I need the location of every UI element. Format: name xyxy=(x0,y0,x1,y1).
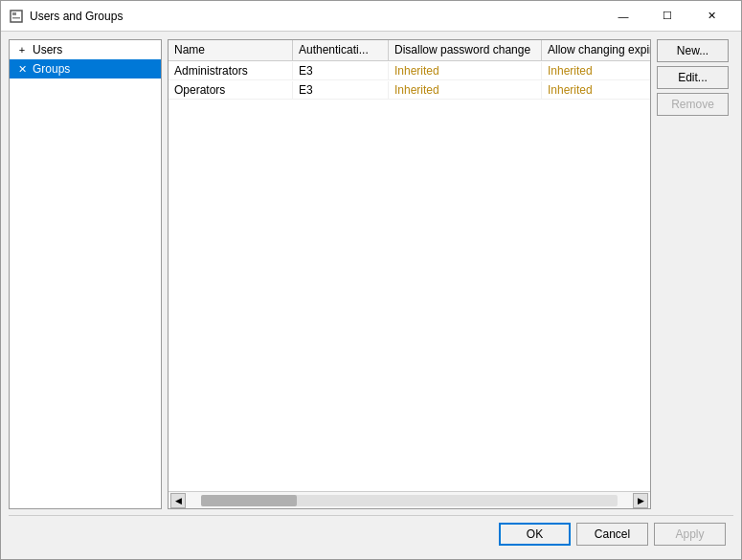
scroll-thumb[interactable] xyxy=(201,495,297,506)
edit-button[interactable]: Edit... xyxy=(657,66,729,89)
close-button[interactable]: ✕ xyxy=(689,1,733,32)
col-header-disallow[interactable]: Disallow password change xyxy=(389,40,542,60)
sidebar-item-users[interactable]: + Users xyxy=(10,40,161,59)
footer: OK Cancel Apply xyxy=(9,515,733,551)
svg-rect-1 xyxy=(12,12,16,15)
svg-rect-0 xyxy=(11,11,22,22)
cancel-button[interactable]: Cancel xyxy=(576,523,648,546)
svg-rect-2 xyxy=(12,17,20,19)
horizontal-scrollbar: ◀ ▶ xyxy=(169,491,650,508)
sidebar-item-groups-label: Groups xyxy=(33,62,70,76)
remove-button[interactable]: Remove xyxy=(657,93,729,116)
scroll-track xyxy=(201,495,618,506)
sidebar-item-groups[interactable]: ✕ Groups xyxy=(10,59,161,78)
table-body: Administrators E3 Inherited Inherited In… xyxy=(169,61,650,491)
col-header-allow[interactable]: Allow changing expired password xyxy=(542,40,651,60)
sidebar-item-users-label: Users xyxy=(33,43,62,56)
plus-icon: + xyxy=(15,44,29,56)
cell-name-1: Operators xyxy=(169,81,293,99)
cell-auth-0: E3 xyxy=(293,62,389,79)
cell-auth-1: E3 xyxy=(293,81,389,99)
minimize-button[interactable]: — xyxy=(601,1,645,32)
cell-disallow-1: Inherited xyxy=(389,81,542,99)
x-icon: ✕ xyxy=(15,63,29,76)
title-bar: Users and Groups — ☐ ✕ xyxy=(1,1,741,32)
action-buttons: New... Edit... Remove xyxy=(657,39,733,509)
cell-disallow-0: Inherited xyxy=(389,62,542,79)
maximize-button[interactable]: ☐ xyxy=(645,1,689,32)
scroll-right-arrow[interactable]: ▶ xyxy=(633,493,648,508)
main-window: Users and Groups — ☐ ✕ + Users ✕ Groups xyxy=(0,0,742,560)
window-controls: — ☐ ✕ xyxy=(601,1,733,32)
cell-allow-1: Inherited xyxy=(542,81,650,99)
window-title: Users and Groups xyxy=(30,10,601,23)
table-row[interactable]: Administrators E3 Inherited Inherited In… xyxy=(169,61,650,80)
table-area: Name Authenticati... Disallow password c… xyxy=(168,39,651,509)
main-content: + Users ✕ Groups Name Authenticati... Di… xyxy=(9,39,733,509)
cell-allow-0: Inherited xyxy=(542,62,650,79)
apply-button[interactable]: Apply xyxy=(654,523,726,546)
window-body: + Users ✕ Groups Name Authenticati... Di… xyxy=(1,32,741,559)
table-header: Name Authenticati... Disallow password c… xyxy=(169,40,650,61)
table-row[interactable]: Operators E3 Inherited Inherited Inhe xyxy=(169,80,650,100)
new-button[interactable]: New... xyxy=(657,39,729,62)
ok-button[interactable]: OK xyxy=(499,523,571,546)
scroll-left-arrow[interactable]: ◀ xyxy=(170,493,186,508)
window-icon xyxy=(9,9,24,24)
cell-name-0: Administrators xyxy=(169,62,293,79)
sidebar: + Users ✕ Groups xyxy=(9,39,162,509)
col-header-name[interactable]: Name xyxy=(169,40,293,60)
col-header-auth[interactable]: Authenticati... xyxy=(293,40,389,60)
